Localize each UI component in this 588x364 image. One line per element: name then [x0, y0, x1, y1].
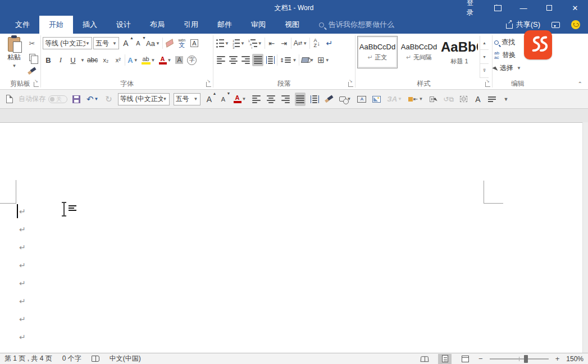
numbering-button[interactable]: 123▼ [231, 37, 246, 49]
vertical-scrollbar[interactable] [582, 122, 588, 353]
show-hide-marks-button[interactable]: ↵ [323, 37, 335, 49]
style-card-heading1[interactable]: AaBbC 标题 1 [440, 36, 478, 68]
quick-shapes-button[interactable]: ▼ [338, 93, 352, 106]
tab-references[interactable]: 引用 [174, 16, 208, 34]
tab-insert[interactable]: 插入 [73, 16, 107, 34]
styles-more-icon[interactable]: ⊽ [480, 64, 489, 78]
comment-icon[interactable] [551, 22, 560, 28]
subscript-button[interactable]: x₂ [100, 54, 111, 66]
styles-scroll-up-icon[interactable]: ▲ [480, 36, 489, 50]
zoom-in-button[interactable]: + [555, 354, 560, 363]
quick-justify-button[interactable] [295, 93, 306, 106]
underline-button[interactable]: U [67, 54, 79, 66]
tab-home[interactable]: 开始 [39, 16, 73, 34]
multilevel-list-button[interactable]: 1ai▼ [247, 37, 263, 49]
quick-frame-button[interactable] [459, 93, 469, 106]
quick-select-objects-button[interactable] [428, 93, 438, 106]
decrease-indent-button[interactable]: ⇤ [266, 37, 277, 49]
shading-button[interactable]: ▼ [300, 54, 315, 66]
clear-formatting-button[interactable] [164, 37, 175, 49]
tab-view[interactable]: 视图 [275, 16, 309, 34]
paste-button[interactable]: 粘贴 ▼ [2, 36, 26, 78]
select-button[interactable]: 选择▼ [494, 63, 541, 73]
justify-button[interactable] [252, 54, 263, 66]
tab-design[interactable]: 设计 [107, 16, 140, 34]
font-dialog-launcher[interactable] [206, 82, 211, 87]
tab-file[interactable]: 文件 [6, 16, 39, 34]
autosave-toggle[interactable]: 关 [48, 95, 67, 103]
read-mode-button[interactable] [418, 354, 431, 364]
paragraph-dialog-launcher[interactable] [348, 82, 353, 87]
font-size-combo[interactable]: 五号▼ [93, 37, 119, 49]
save-button[interactable] [71, 93, 81, 106]
styles-dialog-launcher[interactable] [485, 82, 490, 87]
share-button[interactable]: 共享(S) [506, 20, 540, 30]
font-name-combo[interactable]: 等线 (中文正文▼ [43, 37, 92, 49]
line-spacing-button[interactable]: ⇕▼ [279, 54, 298, 66]
italic-button[interactable]: I [55, 54, 66, 66]
underline-caret-icon[interactable]: ▼ [80, 58, 85, 63]
tell-me-search[interactable]: 告诉我你想要做什么 [319, 16, 394, 34]
toolbar-overflow-button[interactable]: ▼ [501, 93, 511, 106]
phonetic-guide-button[interactable]: wén文 [176, 37, 188, 49]
tab-layout[interactable]: 布局 [140, 16, 174, 34]
change-case-button[interactable]: Aa▼ [145, 37, 161, 49]
bullets-button[interactable]: ▼ [215, 37, 230, 49]
align-center-button[interactable] [227, 54, 239, 66]
increase-indent-button[interactable]: ⇥ [279, 37, 290, 49]
zoom-slider[interactable] [490, 358, 549, 360]
align-right-button[interactable] [240, 54, 251, 66]
feedback-smiley-icon[interactable] [571, 20, 580, 29]
quick-picture-button[interactable] [371, 93, 382, 106]
shrink-font-button[interactable]: A▼ [133, 37, 144, 49]
quick-font-dialog-button[interactable]: A [473, 93, 483, 106]
tab-review[interactable]: 审阅 [241, 16, 275, 34]
sort-button[interactable]: AZ↓ [311, 37, 322, 49]
quick-text-box-button[interactable]: A [356, 93, 367, 106]
web-layout-button[interactable] [458, 354, 472, 364]
undo-button[interactable]: ↶▼ [85, 93, 100, 106]
borders-button[interactable]: ⊞▼ [316, 54, 331, 66]
character-border-button[interactable]: A [189, 37, 200, 49]
copy-button[interactable] [26, 51, 38, 63]
print-layout-button[interactable] [438, 354, 452, 364]
zoom-out-button[interactable]: − [478, 354, 483, 363]
superscript-button[interactable]: x² [112, 54, 124, 66]
align-left-button[interactable] [215, 54, 226, 66]
quick-align-left-button[interactable] [251, 93, 262, 106]
proofing-icon[interactable] [92, 356, 99, 362]
quick-align-center-button[interactable] [266, 93, 276, 106]
strikethrough-button[interactable]: abc [86, 54, 99, 66]
character-shading-button[interactable]: A [174, 54, 185, 66]
quick-font-color-button[interactable]: A▼ [233, 93, 248, 106]
document-area[interactable]: ↵ ↵ ↵ ↵ ↵ ↵ ↵ ↵ [0, 109, 588, 353]
quick-grow-font-button[interactable]: A▲ [204, 93, 215, 106]
zoom-level[interactable]: 150% [566, 355, 584, 363]
new-document-button[interactable] [4, 93, 15, 106]
clipboard-dialog-launcher[interactable] [34, 82, 39, 87]
quick-format-painter-button[interactable] [324, 93, 334, 106]
distribute-button[interactable] [265, 54, 276, 66]
text-highlight-button[interactable]: ab▼ [140, 54, 157, 66]
redo-button[interactable]: ↻ [104, 93, 114, 106]
asian-layout-button[interactable]: A⇄▼ [293, 37, 308, 49]
language-indicator[interactable]: 中文(中国) [110, 354, 141, 363]
page-indicator[interactable]: 第 1 页 , 共 4 页 [4, 354, 52, 363]
quick-line-numbers-button[interactable] [487, 93, 497, 106]
quick-shrink-font-button[interactable]: A▼ [218, 93, 229, 106]
quick-font-size-combo[interactable]: 五号▼ [174, 93, 200, 105]
quick-paragraph-settings-button[interactable]: ⇤▼ [407, 93, 424, 106]
text-effects-button[interactable]: A▼ [126, 54, 139, 66]
styles-gallery-scroll[interactable]: ▲ ▼ ⊽ [480, 36, 489, 78]
styles-scroll-down-icon[interactable]: ▼ [480, 50, 489, 64]
style-card-normal[interactable]: AaBbCcDd ↵ 正文 [357, 36, 398, 68]
quick-align-right-button[interactable] [280, 93, 291, 106]
cut-button[interactable]: ✂ [26, 37, 38, 49]
enclose-characters-button[interactable]: 字 [186, 54, 198, 66]
collapse-ribbon-icon[interactable]: ⌃ [578, 81, 582, 87]
style-card-no-spacing[interactable]: AaBbCcDd ↵ 无间隔 [399, 36, 439, 68]
zoom-slider-thumb[interactable] [524, 355, 528, 363]
word-count[interactable]: 0 个字 [62, 354, 81, 363]
font-color-button[interactable]: A▼ [158, 54, 173, 66]
grow-font-button[interactable]: A▲ [120, 37, 131, 49]
